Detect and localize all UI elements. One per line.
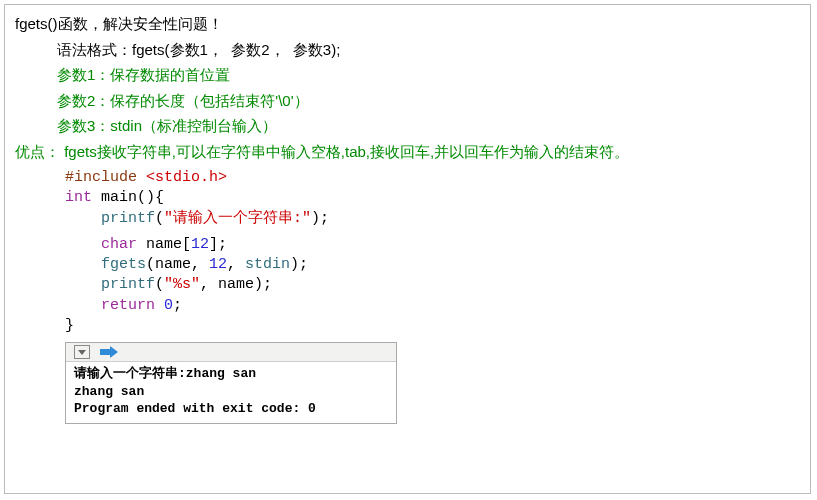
param3-line: 参数3：stdin（标准控制台输入） [15, 113, 800, 139]
type-kw: char [101, 236, 137, 253]
code-line: char name[12]; [65, 235, 800, 255]
syntax-line: 语法格式：fgets(参数1， 参数2， 参数3); [15, 37, 800, 63]
advantage-line: 优点： fgets接收字符串,可以在字符串中输入空格,tab,接收回车,并以回车… [15, 139, 800, 165]
main-sig: main(){ [92, 189, 164, 206]
number-literal: 0 [164, 297, 173, 314]
string-literal: "%s" [164, 276, 200, 293]
console-line: 请输入一个字符串:zhang san [74, 366, 256, 381]
type-kw: int [65, 189, 92, 206]
continue-icon[interactable] [100, 346, 118, 358]
param2-line: 参数2：保存的长度（包括结束符'\0'） [15, 88, 800, 114]
include-header: <stdio.h> [146, 169, 227, 186]
console-line: zhang san [74, 384, 144, 399]
console-panel: 请输入一个字符串:zhang san zhang san Program end… [65, 342, 397, 424]
return-kw: return [101, 297, 155, 314]
fn-name: fgets [101, 256, 146, 273]
fn-name: printf [101, 276, 155, 293]
code-line: } [65, 316, 800, 336]
console-line: Program ended with exit code: 0 [74, 401, 316, 416]
fn-name: printf [101, 210, 155, 227]
title-line: fgets()函数，解决安全性问题！ [15, 11, 800, 37]
code-line: return 0; [65, 296, 800, 316]
string-literal: "请输入一个字符串:" [164, 210, 311, 227]
code-block: #include <stdio.h> int main(){ printf("请… [15, 168, 800, 336]
code-line: fgets(name, 12, stdin); [65, 255, 800, 275]
console-output: 请输入一个字符串:zhang san zhang san Program end… [66, 362, 396, 423]
number-literal: 12 [209, 256, 227, 273]
code-line: printf("%s", name); [65, 275, 800, 295]
number-literal: 12 [191, 236, 209, 253]
console-toolbar [66, 343, 396, 362]
code-line: printf("请输入一个字符串:"); [65, 209, 800, 229]
close-brace: } [65, 317, 74, 334]
document-container: fgets()函数，解决安全性问题！ 语法格式：fgets(参数1， 参数2， … [4, 4, 811, 494]
code-line: int main(){ [65, 188, 800, 208]
stdin-id: stdin [245, 256, 290, 273]
param1-line: 参数1：保存数据的首位置 [15, 62, 800, 88]
dropdown-icon[interactable] [74, 345, 90, 359]
code-line: #include <stdio.h> [65, 168, 800, 188]
preproc-kw: #include [65, 169, 146, 186]
